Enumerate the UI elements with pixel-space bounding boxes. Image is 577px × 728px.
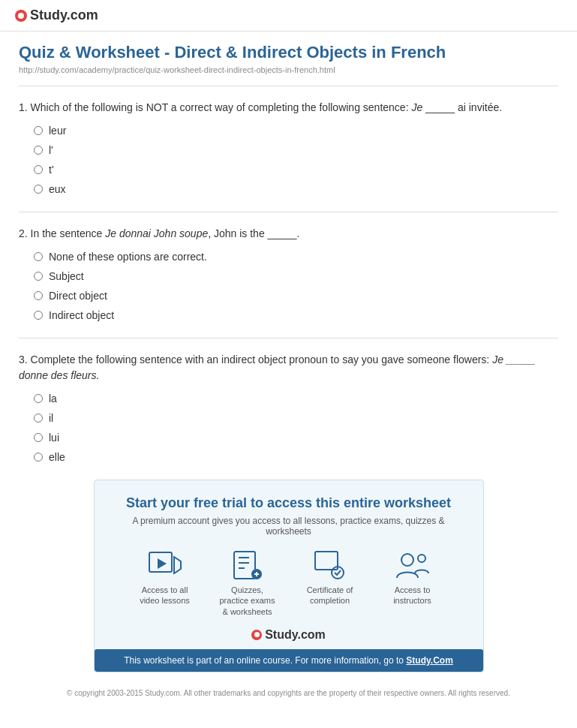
option-2-1: None of these options are correct. (34, 251, 558, 263)
radio-3-4[interactable] (34, 453, 43, 462)
option-1-3: t' (34, 164, 558, 176)
option-label-1-4: eux (49, 183, 66, 195)
logo-text: Study.com (30, 8, 98, 23)
promo-box: Start your free trial to access this ent… (94, 480, 484, 672)
video-icon (146, 550, 184, 580)
promo-icon-quiz-label: Quizzes, practice exams & worksheets (218, 585, 278, 617)
option-label-2-2: Subject (49, 270, 84, 282)
radio-1-1[interactable] (34, 126, 43, 135)
promo-logo-text: Study.com (265, 628, 326, 642)
svg-point-12 (401, 554, 413, 566)
question-1-options: leur l' t' eux (19, 125, 558, 195)
promo-icon-instructor: Access to instructors (383, 550, 443, 617)
option-label-2-1: None of these options are correct. (49, 251, 207, 263)
question-1-text: 1. Which of the following is NOT a corre… (19, 100, 558, 116)
header-divider (19, 86, 558, 86)
question-2-text: 2. In the sentence Je donnai John soupe,… (19, 226, 558, 242)
radio-2-3[interactable] (34, 291, 43, 300)
question-3-text: 3. Complete the following sentence with … (19, 352, 558, 384)
question-2: 2. In the sentence Je donnai John soupe,… (19, 226, 558, 321)
radio-2-2[interactable] (34, 272, 43, 281)
promo-icon-cert-label: Certificate of completion (300, 585, 360, 606)
option-label-1-1: leur (49, 125, 66, 137)
q1-divider (19, 212, 558, 212)
site-header: Study.com (0, 0, 577, 32)
option-label-1-2: l' (49, 144, 53, 156)
option-label-2-4: Indirect object (49, 309, 114, 321)
option-1-4: eux (34, 183, 558, 195)
option-2-4: Indirect object (34, 309, 558, 321)
radio-3-2[interactable] (34, 414, 43, 423)
svg-marker-1 (174, 557, 181, 573)
option-label-3-3: lui (49, 432, 59, 444)
promo-icons: Access to all video lessons Quizzes, pra… (113, 550, 464, 617)
certificate-icon (311, 550, 349, 580)
main-content: Quiz & Worksheet - Direct & Indirect Obj… (0, 32, 577, 714)
quiz-icon (229, 550, 266, 580)
option-label-3-2: il (49, 412, 53, 424)
option-3-4: elle (34, 451, 558, 463)
option-label-3-1: la (49, 393, 57, 405)
promo-title: Start your free trial to access this ent… (113, 495, 464, 511)
question-1: 1. Which of the following is NOT a corre… (19, 100, 558, 195)
radio-1-2[interactable] (34, 146, 43, 155)
radio-3-1[interactable] (34, 394, 43, 403)
option-label-1-3: t' (49, 164, 54, 176)
question-3: 3. Complete the following sentence with … (19, 352, 558, 463)
page-url: http://study.com/academy/practice/quiz-w… (19, 65, 558, 74)
option-2-2: Subject (34, 270, 558, 282)
promo-icon-cert: Certificate of completion (300, 550, 360, 617)
question-3-options: la il lui elle (19, 393, 558, 463)
svg-marker-2 (158, 558, 167, 569)
svg-point-13 (418, 555, 425, 562)
promo-footer-text: This worksheet is part of an online cour… (124, 655, 406, 666)
question-2-options: None of these options are correct. Subje… (19, 251, 558, 321)
promo-icon-instructor-label: Access to instructors (383, 585, 443, 606)
instructor-icon (394, 550, 431, 580)
option-2-3: Direct object (34, 290, 558, 302)
option-3-1: la (34, 393, 558, 405)
radio-1-4[interactable] (34, 185, 43, 194)
page-title: Quiz & Worksheet - Direct & Indirect Obj… (19, 43, 558, 62)
promo-icon-video-label: Access to all video lessons (135, 585, 195, 606)
option-3-3: lui (34, 432, 558, 444)
promo-subtitle: A premium account gives you access to al… (113, 516, 464, 537)
q2-divider (19, 338, 558, 338)
promo-footer: This worksheet is part of an online cour… (95, 649, 483, 672)
option-label-2-3: Direct object (49, 290, 107, 302)
option-label-3-4: elle (49, 451, 65, 463)
copyright-text: © copyright 2003-2015 Study.com. All oth… (19, 687, 558, 699)
radio-3-3[interactable] (34, 433, 43, 442)
option-3-2: il (34, 412, 558, 424)
option-1-1: leur (34, 125, 558, 137)
option-1-2: l' (34, 144, 558, 156)
promo-icon-video: Access to all video lessons (135, 550, 195, 617)
promo-footer-link[interactable]: Study.Com (406, 655, 452, 666)
promo-icon-quiz: Quizzes, practice exams & worksheets (218, 550, 278, 617)
promo-logo: Study.com (113, 628, 464, 642)
logo-icon (15, 10, 27, 22)
radio-2-1[interactable] (34, 252, 43, 261)
radio-1-3[interactable] (34, 165, 43, 174)
radio-2-4[interactable] (34, 311, 43, 320)
